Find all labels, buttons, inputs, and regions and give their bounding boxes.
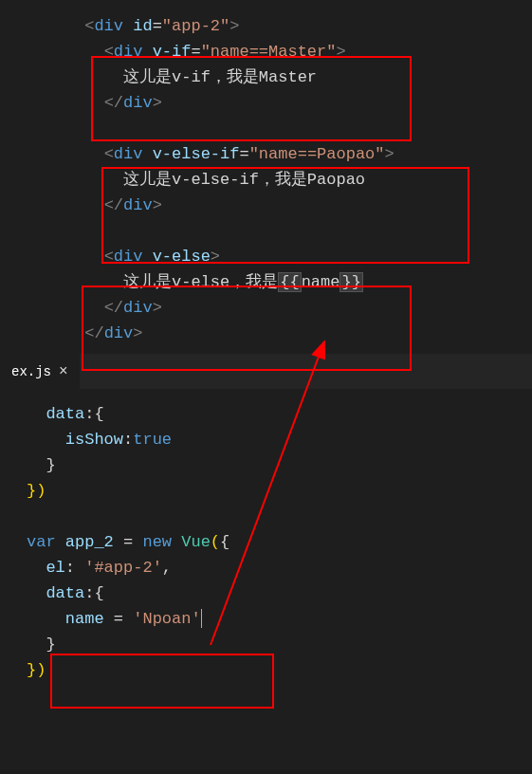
code-line[interactable]: <div v-else> [27,244,532,269]
attr-value: "name==Paopao" [249,145,385,163]
text: 这儿是v-if，我是Master [123,68,317,86]
class-name: Vue [181,533,211,551]
attr-value: "name==Master" [201,43,337,61]
brace: } [46,636,55,654]
tag: div [114,145,143,163]
attr: id [133,17,152,35]
code-line[interactable]: 这儿是v-if，我是Master [27,64,532,90]
tag: div [123,94,153,112]
brace: } [46,456,55,474]
string: '#app-2' [84,559,162,577]
tab-bar: ex.js × [0,354,532,390]
code-line[interactable]: name = 'Npoan' [27,606,532,632]
value: true [133,431,172,449]
tag: div [114,248,143,266]
text: 这儿是v-else-if，我是Paopao [123,171,365,189]
tag: div [123,299,153,317]
code-line[interactable]: } [27,632,532,657]
code-line[interactable] [27,218,532,244]
code-line[interactable]: <div id="app-2"> [27,13,532,39]
tab-exjs[interactable]: ex.js × [0,354,80,390]
attr: v-if [153,43,192,61]
tag: div [114,43,143,61]
bracket: < [84,17,94,35]
code-line[interactable]: </div> [27,90,532,116]
close-icon[interactable]: × [59,363,68,380]
editor-lower[interactable]: data:{ isShow:true } }) var app_2 = new … [0,390,532,691]
code-line[interactable]: 这儿是v-else-if，我是Paopao [27,167,532,193]
code-line[interactable]: }) [27,657,532,683]
expr-close: }} [339,272,362,292]
tag: div [104,324,134,342]
expr-open: {{ [278,272,301,292]
tag: div [123,196,153,214]
code-line[interactable]: } [27,452,532,478]
key: data [46,405,84,423]
text-cursor [201,609,202,628]
keyword: var [27,533,56,551]
tag: div [94,17,123,35]
code-line[interactable]: <div v-if="name==Master"> [27,39,532,64]
keyword: new [142,533,172,551]
expr-name: name [302,273,340,291]
code-line[interactable] [27,504,532,529]
tab-label: ex.js [11,364,51,379]
code-line[interactable]: data:{ [27,580,532,606]
identifier: app_2 [65,533,114,551]
code-line[interactable]: </div> [27,193,532,218]
code-line[interactable]: </div> [27,295,532,321]
key: data [46,584,84,602]
code-line[interactable]: 这儿是v-else，我是{{name}} [27,269,532,295]
attr: v-else [153,248,211,266]
attr-value: "app-2" [162,17,229,35]
key: name [65,610,104,628]
code-line[interactable]: <div v-else-if="name==Paopao"> [27,141,532,167]
key: isShow [65,431,123,449]
code-line[interactable]: data:{ [27,401,532,427]
key: el [46,559,64,577]
editor-upper[interactable]: <div id="app-2"> <div v-if="name==Master… [0,0,532,354]
attr: v-else-if [153,145,240,163]
code-line[interactable]: </div> [27,321,532,346]
code-line[interactable]: var app_2 = new Vue({ [27,529,532,555]
code-line[interactable]: }) [27,478,532,504]
string: 'Npoan' [133,610,200,628]
code-line[interactable]: el: '#app-2', [27,555,532,580]
text: 这儿是v-else，我是 [123,273,278,291]
code-line[interactable]: isShow:true [27,427,532,452]
code-line[interactable] [27,116,532,141]
